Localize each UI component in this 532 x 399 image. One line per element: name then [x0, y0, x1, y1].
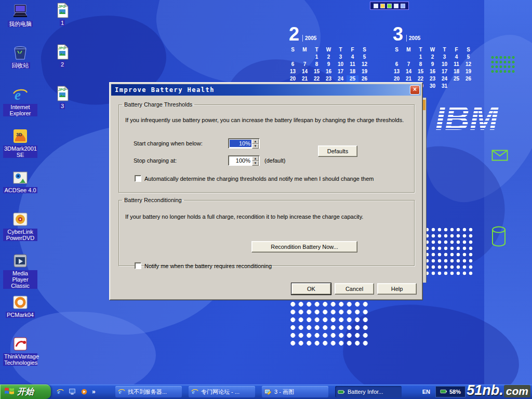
phone-icon[interactable] — [374, 4, 378, 8]
auto-determine-checkbox-label[interactable]: Automatically determine the charging thr… — [144, 176, 374, 182]
desktop-icon-3dmark[interactable]: 3D3DMark2001 SE — [3, 128, 38, 169]
stop-charging-label: Stop charging at: — [134, 157, 177, 164]
calendar-date: 21 — [403, 75, 415, 83]
calendar-date: 30 — [427, 83, 438, 90]
start-threshold-value[interactable]: 10% — [230, 140, 251, 147]
taskbar-task-3[interactable]: 3 - 画图 — [262, 386, 328, 397]
battery-indicator[interactable]: 58% — [435, 386, 466, 397]
svg-text:IBM: IBM — [435, 99, 499, 137]
calendar-day-header: T — [415, 46, 427, 54]
desktop-icon-label: ACDSee 4.0 — [3, 187, 37, 193]
defaults-button[interactable]: Defaults — [318, 145, 357, 157]
spin-up-icon[interactable]: ▲ — [252, 139, 259, 144]
taskbar-task-4[interactable]: Battery Infor... — [335, 386, 402, 397]
start-threshold-spinner[interactable]: 10% ▲▼ — [228, 138, 260, 149]
calendar-date: 4 — [347, 54, 358, 61]
notify-recondition-checkbox-label[interactable]: Notify me when the battery requires reco… — [144, 263, 272, 269]
stop-threshold-spinner[interactable]: 100% ▲▼ — [228, 155, 260, 166]
desktop-icon-jpg[interactable]: JPG1 — [45, 2, 80, 44]
calendar-date: 10 — [335, 61, 347, 68]
spin-up-icon[interactable]: ▲ — [252, 156, 259, 161]
internet-explorer-icon[interactable]: e — [56, 388, 64, 396]
mpc-icon — [12, 252, 29, 269]
calendar-date — [299, 54, 311, 61]
recondition-battery-now-button[interactable]: Recondition Battery Now... — [251, 241, 357, 252]
calendar-day-header: S — [287, 46, 299, 54]
desktop-icon-label: CyberLink PowerDVD — [3, 229, 37, 241]
clipboard-icon[interactable] — [394, 4, 398, 8]
start-charging-label: Start charging when below: — [134, 140, 203, 147]
calendar-date: 22 — [415, 75, 427, 83]
desktop-icon-acdsee[interactable]: ACDSee 4.0 — [3, 169, 38, 211]
calendar-day-header: T — [311, 46, 323, 54]
jpg-icon: JPG — [54, 44, 71, 60]
quick-launch-overflow-chevron[interactable]: » — [92, 388, 96, 395]
desktop-icon-thinkvantage[interactable]: ThinkVantage Technologies — [3, 336, 38, 377]
help-button[interactable]: Help — [377, 283, 417, 295]
ok-button[interactable]: OK — [291, 283, 331, 295]
calendar-date: 11 — [347, 61, 358, 68]
stop-threshold-value[interactable]: 100% — [230, 157, 251, 164]
ibm-logo: IBM — [435, 97, 508, 140]
desktop-icon-recycle-bin[interactable]: 回收站 — [3, 45, 38, 86]
language-indicator[interactable]: EN — [422, 389, 430, 395]
taskbar-task-2[interactable]: e专门网论坛 - ... — [189, 386, 255, 397]
floating-toolbar[interactable] — [370, 2, 409, 10]
calendar-month-header: 22005 — [289, 26, 378, 43]
reconditioning-description: If your battery no longer holds a full c… — [125, 214, 363, 220]
desktop-icon-jpg[interactable]: JPG2 — [45, 44, 80, 85]
spinner-arrows[interactable]: ▲▼ — [252, 139, 259, 148]
quick-launch: e» — [53, 384, 99, 399]
dialog-titlebar[interactable]: Improve Battery Health × — [111, 84, 421, 96]
volume-icon[interactable] — [387, 4, 392, 8]
calendar-day-header: M — [299, 46, 311, 54]
paint-icon — [264, 388, 272, 396]
spin-down-icon[interactable]: ▼ — [252, 144, 259, 149]
calendar-date: 10 — [438, 61, 450, 68]
calendar-day-header: T — [438, 46, 450, 54]
internet-explorer-icon: e — [191, 388, 199, 396]
notify-recondition-checkbox-row: Notify me when the battery requires reco… — [135, 262, 272, 269]
show-desktop-icon[interactable] — [68, 388, 76, 396]
calendar-date: 2 — [323, 54, 335, 61]
desktop-icon-powerdvd[interactable]: CyberLink PowerDVD — [3, 211, 38, 252]
calendar-date: 17 — [335, 68, 347, 75]
calendar-day-header: F — [450, 46, 462, 54]
improve-battery-health-dialog: Improve Battery Health × Battery Charge … — [109, 82, 423, 300]
svg-text:JPG: JPG — [58, 5, 66, 8]
spinner-arrows[interactable]: ▲▼ — [252, 156, 259, 165]
calendar-month-2: 22005SMTWTFS1234567891011121314151617181… — [287, 26, 378, 90]
spin-down-icon[interactable]: ▼ — [252, 161, 259, 166]
desktop-icon-ie[interactable]: eInternet Explorer — [3, 86, 38, 128]
desktop-icon-my-computer[interactable]: 我的电脑 — [3, 3, 38, 45]
calendar-date: 7 — [299, 61, 311, 68]
recycle-bin-icon — [12, 45, 29, 61]
desktop-icon-mpc[interactable]: Media Player Classic — [3, 252, 38, 294]
close-button[interactable]: × — [410, 85, 420, 95]
calendar-date: 24 — [438, 75, 450, 83]
calendar-date: 25 — [450, 75, 462, 83]
auto-determine-checkbox[interactable] — [135, 175, 141, 182]
pen-icon[interactable] — [380, 4, 385, 8]
notify-recondition-checkbox[interactable] — [135, 262, 141, 269]
keyboard-icon[interactable] — [401, 4, 405, 8]
cancel-button[interactable]: Cancel — [335, 283, 374, 295]
taskbar-task-label: Battery Infor... — [348, 389, 383, 395]
start-button[interactable]: 开始 — [0, 384, 51, 399]
jpg-icon: JPG — [54, 2, 71, 19]
desktop-icon-jpg[interactable]: JPG3 — [45, 85, 80, 127]
close-icon: × — [413, 86, 417, 93]
desktop-icon-label: Media Player Classic — [3, 270, 37, 289]
calendar-date: 14 — [299, 68, 311, 75]
calendar-date: 31 — [438, 83, 450, 90]
calendar-date: 9 — [427, 61, 438, 68]
taskbar-task-1[interactable]: e找不到服务器... — [115, 386, 182, 397]
calendar-day-header: W — [427, 46, 438, 54]
my-computer-icon — [12, 3, 29, 20]
battery-icon — [338, 388, 345, 396]
media-player-icon[interactable] — [80, 388, 88, 396]
watermark-51nb: 51nb.com — [467, 382, 530, 398]
auto-determine-checkbox-row: Automatically determine the charging thr… — [135, 175, 374, 182]
desktop-icon-pcmark[interactable]: PCMark04 — [3, 294, 38, 336]
desktop-icons-column-2: JPG1JPG2JPG3 — [45, 2, 80, 127]
